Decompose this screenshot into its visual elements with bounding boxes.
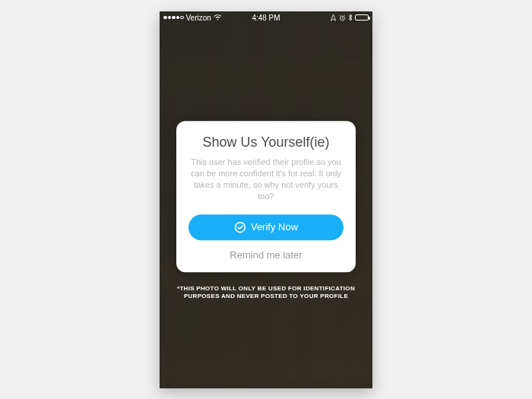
- verify-now-label: Verify Now: [251, 221, 298, 233]
- battery-icon: [355, 14, 369, 21]
- check-circle-icon: [234, 221, 246, 233]
- clock: 4:48 PM: [160, 14, 372, 22]
- disclaimer-text: *THIS PHOTO WILL ONLY BE USED FOR IDENTI…: [172, 285, 360, 302]
- phone-frame: Verizon 4:48 PM Show Us Yourself(ie) Thi…: [160, 11, 372, 388]
- remind-later-button[interactable]: Remind me later: [230, 248, 302, 261]
- dialog-title: Show Us Yourself(ie): [188, 135, 344, 150]
- verify-now-button[interactable]: Verify Now: [188, 214, 344, 240]
- status-bar: Verizon 4:48 PM: [160, 11, 372, 24]
- verify-dialog: Show Us Yourself(ie) This user has verif…: [176, 121, 356, 271]
- dialog-body: This user has verified their profile so …: [188, 157, 344, 201]
